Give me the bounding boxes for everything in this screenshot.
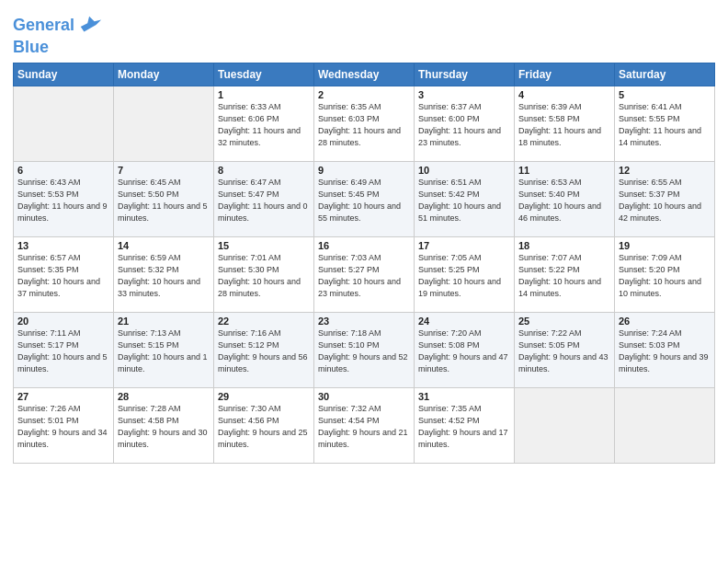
calendar-cell: 1Sunrise: 6:33 AM Sunset: 6:06 PM Daylig… [214, 86, 314, 161]
day-number: 24 [418, 316, 510, 327]
day-number: 3 [418, 89, 510, 100]
calendar-cell: 26Sunrise: 7:24 AM Sunset: 5:03 PM Dayli… [615, 312, 715, 387]
day-info: Sunrise: 6:51 AM Sunset: 5:42 PM Dayligh… [418, 177, 510, 224]
calendar-cell: 4Sunrise: 6:39 AM Sunset: 5:58 PM Daylig… [515, 86, 615, 161]
header: General Blue [13, 9, 715, 57]
day-info: Sunrise: 7:18 AM Sunset: 5:10 PM Dayligh… [318, 327, 410, 375]
day-number: 29 [218, 391, 310, 402]
calendar-cell: 15Sunrise: 7:01 AM Sunset: 5:30 PM Dayli… [214, 236, 314, 312]
logo: General Blue [13, 13, 103, 57]
calendar-cell: 24Sunrise: 7:20 AM Sunset: 5:08 PM Dayli… [415, 312, 515, 387]
calendar-cell: 12Sunrise: 6:55 AM Sunset: 5:37 PM Dayli… [615, 161, 715, 236]
weekday-header-sunday: Sunday [14, 63, 114, 86]
day-info: Sunrise: 7:01 AM Sunset: 5:30 PM Dayligh… [218, 252, 310, 300]
calendar-cell: 7Sunrise: 6:45 AM Sunset: 5:50 PM Daylig… [114, 161, 214, 236]
day-number: 20 [17, 316, 109, 327]
svg-marker-0 [81, 17, 101, 32]
day-info: Sunrise: 7:13 AM Sunset: 5:15 PM Dayligh… [118, 327, 210, 375]
logo-text: General Blue [13, 13, 103, 57]
day-number: 16 [318, 240, 410, 251]
calendar-cell: 29Sunrise: 7:30 AM Sunset: 4:56 PM Dayli… [214, 387, 314, 463]
day-info: Sunrise: 7:20 AM Sunset: 5:08 PM Dayligh… [418, 327, 510, 375]
calendar-cell: 8Sunrise: 6:47 AM Sunset: 5:47 PM Daylig… [214, 161, 314, 236]
day-number: 11 [518, 165, 610, 176]
calendar-cell [14, 86, 114, 161]
calendar-table: SundayMondayTuesdayWednesdayThursdayFrid… [13, 63, 715, 464]
day-number: 2 [318, 89, 410, 100]
calendar-cell: 3Sunrise: 6:37 AM Sunset: 6:00 PM Daylig… [415, 86, 515, 161]
day-info: Sunrise: 7:16 AM Sunset: 5:12 PM Dayligh… [218, 327, 310, 375]
day-number: 14 [118, 240, 210, 251]
calendar-cell [114, 86, 214, 161]
week-row-3: 13Sunrise: 6:57 AM Sunset: 5:35 PM Dayli… [14, 236, 715, 312]
day-info: Sunrise: 6:41 AM Sunset: 5:55 PM Dayligh… [619, 101, 711, 149]
day-number: 13 [17, 240, 109, 251]
day-number: 26 [619, 316, 711, 327]
week-row-4: 20Sunrise: 7:11 AM Sunset: 5:17 PM Dayli… [14, 312, 715, 387]
day-info: Sunrise: 7:03 AM Sunset: 5:27 PM Dayligh… [318, 252, 410, 300]
day-info: Sunrise: 6:35 AM Sunset: 6:03 PM Dayligh… [318, 101, 410, 149]
day-number: 19 [619, 240, 711, 251]
weekday-header-tuesday: Tuesday [214, 63, 314, 86]
day-info: Sunrise: 6:49 AM Sunset: 5:45 PM Dayligh… [318, 177, 410, 224]
calendar-cell: 21Sunrise: 7:13 AM Sunset: 5:15 PM Dayli… [114, 312, 214, 387]
day-info: Sunrise: 6:39 AM Sunset: 5:58 PM Dayligh… [518, 101, 610, 149]
weekday-header-wednesday: Wednesday [314, 63, 415, 86]
calendar-cell: 9Sunrise: 6:49 AM Sunset: 5:45 PM Daylig… [314, 161, 415, 236]
calendar-cell: 10Sunrise: 6:51 AM Sunset: 5:42 PM Dayli… [415, 161, 515, 236]
weekday-header-thursday: Thursday [415, 63, 515, 86]
day-info: Sunrise: 6:59 AM Sunset: 5:32 PM Dayligh… [118, 252, 210, 300]
day-number: 15 [218, 240, 310, 251]
day-info: Sunrise: 7:07 AM Sunset: 5:22 PM Dayligh… [518, 252, 610, 300]
day-info: Sunrise: 6:43 AM Sunset: 5:53 PM Dayligh… [17, 177, 109, 224]
day-number: 8 [218, 165, 310, 176]
calendar-cell: 20Sunrise: 7:11 AM Sunset: 5:17 PM Dayli… [14, 312, 114, 387]
day-info: Sunrise: 6:47 AM Sunset: 5:47 PM Dayligh… [218, 177, 310, 224]
calendar-cell: 14Sunrise: 6:59 AM Sunset: 5:32 PM Dayli… [114, 236, 214, 312]
week-row-5: 27Sunrise: 7:26 AM Sunset: 5:01 PM Dayli… [14, 387, 715, 463]
day-info: Sunrise: 6:53 AM Sunset: 5:40 PM Dayligh… [518, 177, 610, 224]
day-info: Sunrise: 7:11 AM Sunset: 5:17 PM Dayligh… [17, 327, 109, 375]
calendar-cell: 5Sunrise: 6:41 AM Sunset: 5:55 PM Daylig… [615, 86, 715, 161]
week-row-1: 1Sunrise: 6:33 AM Sunset: 6:06 PM Daylig… [14, 86, 715, 161]
weekday-header-monday: Monday [114, 63, 214, 86]
day-info: Sunrise: 6:33 AM Sunset: 6:06 PM Dayligh… [218, 101, 310, 149]
calendar-cell: 6Sunrise: 6:43 AM Sunset: 5:53 PM Daylig… [14, 161, 114, 236]
day-number: 27 [17, 391, 109, 402]
calendar-cell: 13Sunrise: 6:57 AM Sunset: 5:35 PM Dayli… [14, 236, 114, 312]
day-number: 28 [118, 391, 210, 402]
calendar-cell [515, 387, 615, 463]
weekday-header-saturday: Saturday [615, 63, 715, 86]
day-number: 22 [218, 316, 310, 327]
calendar-cell: 16Sunrise: 7:03 AM Sunset: 5:27 PM Dayli… [314, 236, 415, 312]
day-info: Sunrise: 7:26 AM Sunset: 5:01 PM Dayligh… [17, 403, 109, 451]
day-number: 17 [418, 240, 510, 251]
day-info: Sunrise: 7:32 AM Sunset: 4:54 PM Dayligh… [318, 403, 410, 451]
day-info: Sunrise: 7:28 AM Sunset: 4:58 PM Dayligh… [118, 403, 210, 451]
day-number: 31 [418, 391, 510, 402]
calendar-cell: 19Sunrise: 7:09 AM Sunset: 5:20 PM Dayli… [615, 236, 715, 312]
calendar-cell: 18Sunrise: 7:07 AM Sunset: 5:22 PM Dayli… [515, 236, 615, 312]
day-info: Sunrise: 6:37 AM Sunset: 6:00 PM Dayligh… [418, 101, 510, 149]
day-number: 30 [318, 391, 410, 402]
calendar-cell: 11Sunrise: 6:53 AM Sunset: 5:40 PM Dayli… [515, 161, 615, 236]
calendar-cell: 25Sunrise: 7:22 AM Sunset: 5:05 PM Dayli… [515, 312, 615, 387]
day-info: Sunrise: 6:55 AM Sunset: 5:37 PM Dayligh… [619, 177, 711, 224]
calendar-cell: 30Sunrise: 7:32 AM Sunset: 4:54 PM Dayli… [314, 387, 415, 463]
day-number: 18 [518, 240, 610, 251]
day-info: Sunrise: 7:05 AM Sunset: 5:25 PM Dayligh… [418, 252, 510, 300]
calendar-container: General Blue SundayMondayTuesdayWednesda… [0, 0, 728, 563]
day-number: 23 [318, 316, 410, 327]
calendar-cell: 17Sunrise: 7:05 AM Sunset: 5:25 PM Dayli… [415, 236, 515, 312]
day-info: Sunrise: 7:09 AM Sunset: 5:20 PM Dayligh… [619, 252, 711, 300]
day-info: Sunrise: 6:57 AM Sunset: 5:35 PM Dayligh… [17, 252, 109, 300]
day-info: Sunrise: 7:35 AM Sunset: 4:52 PM Dayligh… [418, 403, 510, 451]
calendar-cell [615, 387, 715, 463]
day-number: 12 [619, 165, 711, 176]
day-number: 10 [418, 165, 510, 176]
day-number: 4 [518, 89, 610, 100]
calendar-cell: 22Sunrise: 7:16 AM Sunset: 5:12 PM Dayli… [214, 312, 314, 387]
day-number: 9 [318, 165, 410, 176]
calendar-cell: 28Sunrise: 7:28 AM Sunset: 4:58 PM Dayli… [114, 387, 214, 463]
calendar-cell: 27Sunrise: 7:26 AM Sunset: 5:01 PM Dayli… [14, 387, 114, 463]
